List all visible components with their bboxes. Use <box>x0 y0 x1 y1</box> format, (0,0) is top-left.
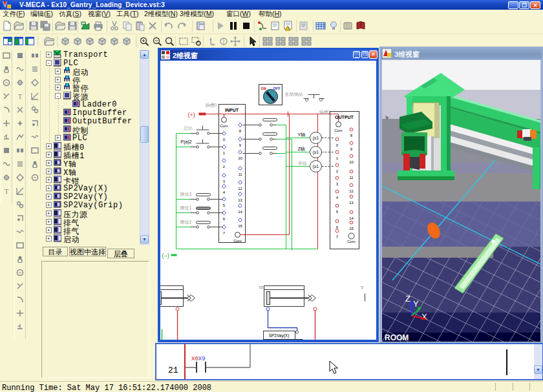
svg-text:(≥1: (≥1 <box>313 164 319 169</box>
svg-text:OFF: OFF <box>273 87 281 90</box>
svg-text:13: 13 <box>238 198 242 202</box>
svg-text:21: 21 <box>168 366 178 375</box>
svg-text:Com: Com <box>347 240 356 243</box>
svg-text:ON: ON <box>261 87 266 90</box>
svg-text:限位3: 限位3 <box>180 192 192 196</box>
svg-text:卡钳: 卡钳 <box>298 161 307 166</box>
svg-text:(≥1: (≥1 <box>313 150 319 155</box>
svg-text:Y: Y <box>413 299 419 309</box>
svg-text:Com: Com <box>334 129 343 132</box>
svg-text:14: 14 <box>238 210 242 214</box>
svg-text:Y轴: Y轴 <box>298 132 306 138</box>
svg-text:限位2: 限位2 <box>180 220 192 224</box>
svg-text:(+): (+) <box>188 112 195 118</box>
svg-text:15: 15 <box>238 224 242 228</box>
svg-text:12: 12 <box>238 187 242 191</box>
svg-text:Com: Com <box>220 124 228 128</box>
svg-text:X0X9: X0X9 <box>191 356 206 362</box>
svg-text:OUTPUT: OUTPUT <box>335 115 354 119</box>
svg-text:Z: Z <box>405 294 410 304</box>
svg-text:T: T <box>5 188 8 195</box>
svg-text:启动: 启动 <box>184 126 193 131</box>
svg-text:限位1: 限位1 <box>180 205 192 210</box>
svg-text:(−): (−) <box>162 253 169 259</box>
svg-text:11: 11 <box>349 176 354 180</box>
svg-text:Com: Com <box>233 239 242 243</box>
svg-text:10: 10 <box>238 156 242 160</box>
svg-text:10: 10 <box>349 160 354 164</box>
svg-text:插槽1: 插槽1 <box>319 110 331 115</box>
svg-text:15: 15 <box>349 227 354 231</box>
svg-text:INPUT: INPUT <box>225 108 239 112</box>
svg-text:11: 11 <box>238 172 242 176</box>
svg-text:SP2Vay(X): SP2Vay(X) <box>269 333 290 338</box>
svg-text:14: 14 <box>349 216 354 220</box>
svg-text:T: T <box>18 93 22 100</box>
svg-text:(≥1: (≥1 <box>313 136 319 141</box>
svg-text:Z轴: Z轴 <box>298 147 305 152</box>
svg-text:P(a)2: P(a)2 <box>181 139 192 145</box>
svg-text:ROOM: ROOM <box>385 333 409 342</box>
svg-text:13: 13 <box>349 201 354 205</box>
svg-text:插槽0: 插槽0 <box>206 103 217 108</box>
svg-text:生动物品: 生动物品 <box>285 92 303 97</box>
svg-text:12: 12 <box>349 189 354 193</box>
